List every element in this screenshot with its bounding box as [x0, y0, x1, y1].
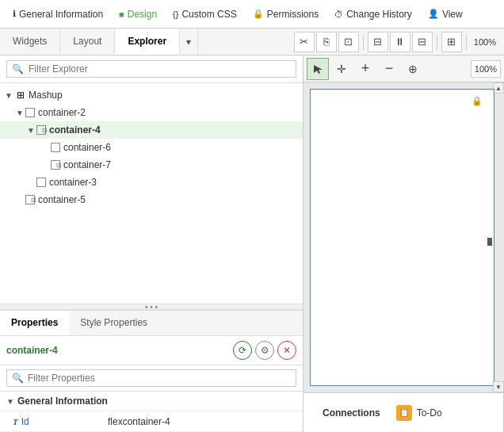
bottom-section: Connections 📋 To-Do [304, 392, 504, 432]
tab-widgets[interactable]: Widgets [0, 29, 60, 55]
canvas-toolbar: ✛ + − ⊕ 100% [304, 55, 504, 82]
todo-icon: 📋 [396, 405, 412, 421]
toolbar-right: ✂ ⎘ ⊡ ⊟ ⏸ ⊟ ⊞ 100% [289, 29, 504, 55]
connections-area: Connections 📋 To-Do [304, 393, 504, 432]
container-5-label: container-5 [38, 194, 86, 205]
container-3-label: container-3 [49, 177, 97, 188]
tab-explorer[interactable]: Explorer [115, 29, 180, 55]
tree-node-container-2[interactable]: ▼ container-2 [0, 104, 303, 121]
nav-design[interactable]: ■ Design [113, 6, 163, 23]
container-2-label: container-2 [38, 107, 86, 118]
container-7-icon: ⊡ [51, 160, 60, 170]
tree-area: ▼ ⊞ Mashup ▼ container-2 ▼ ⊡ container-4 [0, 83, 303, 304]
general-info-section-header: ▼ General Information [0, 392, 303, 411]
scroll-down-arrow[interactable]: ▼ [493, 381, 504, 392]
explorer-search-input[interactable] [29, 63, 291, 75]
second-row: Widgets Layout Explorer ▾ ✂ ⎘ ⊡ ⊟ ⏸ ⊟ ⊞ … [0, 29, 504, 55]
tab-style-properties[interactable]: Style Properties [69, 311, 158, 335]
lock-icon-canvas: 🔒 [472, 96, 483, 106]
user-icon: 👤 [428, 9, 439, 19]
properties-panel: Properties Style Properties container-4 … [0, 310, 303, 432]
container-5-icon: ⊡ [25, 195, 35, 205]
align-left-button[interactable]: ⊟ [368, 32, 388, 52]
tree-toggle-container-4[interactable]: ▼ [25, 124, 36, 136]
design-icon: ■ [119, 10, 124, 19]
main-content: 🔍 ▼ ⊞ Mashup ▼ container-2 ▼ ⊡ [0, 55, 504, 432]
right-canvas: ✛ + − ⊕ 100% ▲ 🔒 ▼ Connections 📋 [304, 55, 504, 432]
container-4-label: container-4 [49, 124, 101, 136]
align-center-button[interactable]: ⏸ [390, 32, 410, 52]
props-search-icon: 🔍 [12, 373, 24, 384]
tree-toggle-container-2[interactable]: ▼ [14, 107, 25, 118]
close-button[interactable]: ✕ [277, 341, 296, 360]
prop-key-label-id[interactable]: Id [21, 416, 29, 427]
share-button[interactable]: ⟳ [233, 341, 252, 360]
tree-node-container-5[interactable]: ▶ ⊡ container-5 [0, 191, 303, 208]
toolbar-separator-3 [466, 34, 467, 50]
tab-properties[interactable]: Properties [0, 311, 69, 335]
properties-tabs: Properties Style Properties [0, 311, 303, 336]
canvas-resize-handle[interactable] [487, 238, 492, 246]
container-6-label: container-6 [63, 142, 111, 153]
prop-row-id: T Id flexcontainer-4 [0, 411, 303, 432]
explorer-search-area: 🔍 [0, 55, 303, 83]
tree-node-container-6[interactable]: ▶ container-6 [0, 139, 303, 156]
scroll-up-arrow[interactable]: ▲ [493, 82, 504, 94]
explorer-search-box: 🔍 [6, 60, 296, 78]
props-search-box: 🔍 [6, 369, 296, 387]
add-tool[interactable]: + [354, 58, 376, 80]
section-title: General Information [17, 396, 108, 407]
copy-button[interactable]: ⎘ [316, 32, 337, 52]
zoom-display: 100% [471, 60, 501, 78]
tree-node-container-4[interactable]: ▼ ⊡ container-4 [0, 121, 303, 139]
align-right-button[interactable]: ⊟ [412, 32, 433, 52]
tab-layout[interactable]: Layout [60, 29, 115, 55]
design-canvas[interactable]: 🔒 [310, 89, 494, 386]
todo-tab[interactable]: 📋 To-Do [387, 402, 452, 424]
panel-tabs: Widgets Layout Explorer ▾ [0, 29, 198, 55]
section-toggle[interactable]: ▼ [6, 397, 14, 406]
nav-change-history[interactable]: ⏱ Change History [328, 6, 418, 23]
props-search-input[interactable] [28, 373, 291, 384]
canvas-area[interactable]: ▲ 🔒 ▼ [304, 82, 504, 392]
cut-button[interactable]: ✂ [294, 32, 315, 52]
zoom-level: 100% [471, 37, 499, 47]
container-4-icon: ⊡ [36, 125, 46, 135]
remove-tool[interactable]: − [378, 58, 400, 80]
nav-view[interactable]: 👤 View [422, 6, 469, 23]
layout-view-button[interactable]: ⊞ [441, 32, 462, 52]
lock-icon: 🔒 [253, 9, 264, 19]
tab-dropdown[interactable]: ▾ [180, 29, 198, 55]
paste-button[interactable]: ⊡ [338, 32, 359, 52]
toolbar-separator [363, 34, 364, 50]
info-icon: ℹ [13, 9, 16, 19]
resize-handle[interactable]: • • • [0, 304, 303, 310]
toolbar-separator-2 [437, 34, 437, 50]
tree-node-mashup[interactable]: ▼ ⊞ Mashup [0, 86, 303, 104]
tree-toggle-mashup[interactable]: ▼ [3, 90, 14, 101]
crosshair-tool[interactable]: ⊕ [402, 58, 424, 80]
nav-permissions[interactable]: 🔒 Permissions [246, 6, 325, 23]
nav-general-info[interactable]: ℹ General Information [6, 6, 109, 23]
connections-tab[interactable]: Connections [316, 404, 387, 422]
tree-node-container-3[interactable]: ▶ container-3 [0, 174, 303, 191]
select-tool[interactable] [307, 58, 329, 80]
mashup-icon: ⊞ [14, 89, 27, 101]
container-3-icon [36, 178, 46, 187]
left-panel: 🔍 ▼ ⊞ Mashup ▼ container-2 ▼ ⊡ [0, 55, 304, 432]
container-7-label: container-7 [63, 159, 111, 170]
container-2-icon [25, 108, 35, 117]
tree-node-container-7[interactable]: ▶ ⊡ container-7 [0, 156, 303, 174]
css-icon: {} [173, 10, 178, 19]
move-tool[interactable]: ✛ [330, 58, 353, 80]
prop-key-id: T Id [13, 416, 108, 427]
mashup-label: Mashup [29, 90, 63, 101]
props-actions: ⟳ ⚙ ✕ [233, 341, 296, 360]
container-6-icon [51, 143, 60, 152]
top-nav: ℹ General Information ■ Design {} Custom… [0, 0, 504, 29]
clock-icon: ⏱ [334, 10, 343, 19]
settings-button[interactable]: ⚙ [255, 341, 274, 360]
selected-item-label: container-4 [6, 345, 58, 356]
nav-custom-css[interactable]: {} Custom CSS [166, 6, 243, 23]
prop-value-id: flexcontainer-4 [108, 416, 296, 427]
